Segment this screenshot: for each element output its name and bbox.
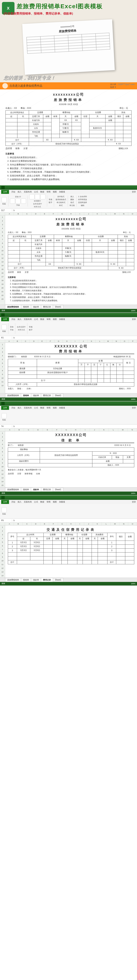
italic-button[interactable] xyxy=(16,199,20,204)
tab-loan[interactable]: 借款单 xyxy=(31,305,41,309)
tab-travel[interactable]: 差旅费报销单 xyxy=(5,305,21,309)
note-item: 出差期间的业务招待，市场费用不得列入差旅费报销。 xyxy=(10,178,132,181)
pointer-icon xyxy=(2,83,8,89)
formula-bar: S17 fx xyxy=(0,208,137,212)
expense-table[interactable]: 起止时间及地点交通费餐费补贴住宿费其他 起讫交通工具金额标准天金额住宿天金额项目… xyxy=(8,235,134,270)
tab-record[interactable]: 费用记录 xyxy=(41,305,53,309)
paste-button[interactable] xyxy=(2,507,7,512)
sign-person: 报销人XX xyxy=(119,147,128,150)
banner-title: 差旅费用报销单Excel图表模板 xyxy=(17,2,103,10)
status-bar: 就绪100% xyxy=(0,309,137,312)
similar-works-text: 点击进入超多类似优秀作品 xyxy=(9,84,42,88)
company-name: XXXXXXXX 公司 xyxy=(8,344,134,349)
cell-ref[interactable]: T4 xyxy=(0,425,12,428)
note-item: 实报实销类票据，必须上交领用，不能弄虚作假； xyxy=(10,174,132,178)
form-date: XXXX年 XX月 XX日 xyxy=(5,103,132,106)
fontsize-select[interactable]: 12 xyxy=(19,196,21,198)
align-button[interactable] xyxy=(35,194,40,199)
sign-mgr: 总经理 xyxy=(5,147,12,150)
table-format-button[interactable]: 套用表格格式 xyxy=(55,198,66,201)
company-name: XXXXXXXX公司 xyxy=(8,433,134,437)
form-title: 差旅费报销单 xyxy=(5,98,132,102)
delete-button[interactable]: 删除 xyxy=(71,198,74,201)
align-button[interactable] xyxy=(40,194,46,199)
sheet-tabs: 差旅费报销单 报销单 借款单 费用记录 Sheet1 xyxy=(0,305,137,309)
form-title: 差旅费报销单 xyxy=(8,222,134,227)
menu-file[interactable]: 文件 xyxy=(1,190,9,194)
paste-button[interactable] xyxy=(2,325,7,330)
company-name: xxxxxxxxx公司 xyxy=(8,216,134,221)
menu-item[interactable]: 公式 xyxy=(34,191,38,193)
note-item: 保证提供的发票真实有效性； xyxy=(10,156,132,159)
form-preview: xxxxxxxxx公司 差旅费报销单 XXXX年 XX月 XX日 出差人：XX … xyxy=(0,89,137,185)
excel-window-2: 文件 开始插入页面布局公式数据审阅视图加载项 登录 粘贴 宋体字体 合并后居中对… xyxy=(0,313,137,401)
tab-sheet1[interactable]: Sheet1 xyxy=(53,305,63,309)
find-button[interactable]: 查找和选择 xyxy=(78,201,87,204)
company-name: xxxxxxxxx公司 xyxy=(5,92,132,97)
cell-style-button[interactable]: 单元格样式 xyxy=(57,201,65,204)
menu-item[interactable]: 插入 xyxy=(17,191,22,193)
cond-format-button[interactable]: 条件格式 xyxy=(57,196,65,198)
banner-subtitle: (内含差旅费用报销单、报销单、费用记录单、借款单) xyxy=(3,12,73,16)
slogan: 您的需要，我们更专业！ xyxy=(3,75,55,81)
form-title: 交通及住宿费用记录表 xyxy=(8,527,134,532)
form-title: 借 款 单 xyxy=(8,438,134,443)
loan-note: 备款金分二次发放，每次间隔时间十天 xyxy=(8,468,134,471)
notes-block: 注意事项 保证提供的发票真实有效性； 长途出行交通票据实报实销； 市内交通费报销… xyxy=(5,152,132,181)
menu-bar: 文件 开始 插入 页面布局 公式 数据 审阅 视图 加载项 登录 xyxy=(0,190,137,194)
excel-window-4: 文件 开始插入页面布局公式数据审阅视图加载项 登录 粘贴 P9fx ABCDEF… xyxy=(0,495,137,585)
bold-button[interactable] xyxy=(10,199,15,204)
excel-window-1: 文件 开始 插入 页面布局 公式 数据 审阅 视图 加载项 登录 粘贴 宋体12… xyxy=(0,185,137,313)
insert-button[interactable]: 插入 xyxy=(71,196,74,198)
excel-icon xyxy=(1,496,5,499)
designer-info: 设计师：1129****@q**.com 热度 3 xyxy=(110,83,135,89)
underline-button[interactable] xyxy=(21,199,26,204)
cell-ref[interactable]: P2 xyxy=(0,337,12,339)
menu-item[interactable]: 视图 xyxy=(53,191,57,193)
merge-button[interactable]: 合并后居中 xyxy=(33,203,42,205)
autosum-button[interactable]: Σ 自动求和 xyxy=(78,196,87,198)
sort-button[interactable]: 排序和筛选 xyxy=(78,198,87,201)
tab-reimburse[interactable]: 报销单 xyxy=(21,305,31,309)
person-label: 出差人：XX xyxy=(5,107,17,110)
ribbon: 粘贴 宋体12字体 自动换行合并后居中对齐方式 常规数字 条件格式套用表格格式单… xyxy=(0,194,137,208)
record-table[interactable]: 序号 起止时间 交通费 餐费补贴 住宿费 其他费用 序号 项目 金额 起讫 交通… xyxy=(8,533,134,564)
excel-icon xyxy=(1,186,5,189)
font-select[interactable]: 宋体 xyxy=(15,196,19,198)
sign-sup: 主管 xyxy=(23,147,28,150)
align-button[interactable] xyxy=(29,194,35,199)
excel-icon xyxy=(1,402,5,405)
form-date: XXXX年 XX月 XX日 xyxy=(8,228,134,230)
notes-title: 注意事项 xyxy=(5,152,132,156)
row-headers: 1234567891011121314151617181920212223 xyxy=(0,215,5,305)
menu-item[interactable]: 页面布局 xyxy=(24,191,32,193)
number-format[interactable]: 常规 xyxy=(49,198,52,201)
cell-ref[interactable]: S17 xyxy=(0,209,12,212)
sign-fin: 财务 xyxy=(16,147,20,150)
cell-ref[interactable]: P9 xyxy=(0,519,12,522)
reason-label: 事由：XXX xyxy=(20,107,31,110)
fx-icon[interactable]: fx xyxy=(12,209,16,212)
form-title: 费用报销单 xyxy=(8,349,134,354)
titlebar xyxy=(0,185,137,190)
paper-mock: xxxxxxxxx公司 差旅费报销单 xyxy=(22,19,115,75)
note-item: 住宿费报销，只可凭公司规定标准，不能超过报销最高值，该方为出行当地发生票据； xyxy=(10,170,132,174)
menu-item[interactable]: 审阅 xyxy=(47,191,50,193)
note-item: 长途出行交通票据实报实销； xyxy=(10,159,132,163)
paste-button[interactable] xyxy=(2,413,7,418)
col-headers: ABCDEFGHIJKLMNO xyxy=(0,212,137,215)
menu-item[interactable]: 加载项 xyxy=(59,191,65,193)
paste-button[interactable] xyxy=(2,197,7,202)
reimburse-table[interactable]: 用 途 摘 要 金 额 备 注 万千百十元角分 通讯费3月电话费 招待费因业务需… xyxy=(8,359,134,387)
expense-table: 起止时间及地点 交通费 餐费补贴 住宿费 其他 起讫 交通工具金额 标准天金额 … xyxy=(5,110,132,146)
note-item: 餐饮票据，只可报销当地发生票据； xyxy=(10,167,132,170)
similar-works-bar[interactable]: 点击进入超多类似优秀作品 设计师：1129****@q**.com 热度 3 xyxy=(0,82,137,89)
excel-window-3: 文件 开始插入页面布局公式数据审阅视图加载项 登录 粘贴 T4fx ABCDEF… xyxy=(0,401,137,495)
wrap-button[interactable]: 自动换行 xyxy=(34,200,41,202)
format-button[interactable]: 格式 xyxy=(71,201,74,204)
menu-item[interactable]: 开始 xyxy=(11,191,15,193)
loan-table[interactable]: 借款事由 人民币（大写）壹拾贰万叁仟肆佰伍拾陆零¥：XXX 付款记录现金支票 借… xyxy=(8,447,134,467)
excel-icon xyxy=(1,313,5,317)
menu-item[interactable]: 数据 xyxy=(40,191,44,193)
signin-link[interactable]: 登录 xyxy=(132,191,136,193)
